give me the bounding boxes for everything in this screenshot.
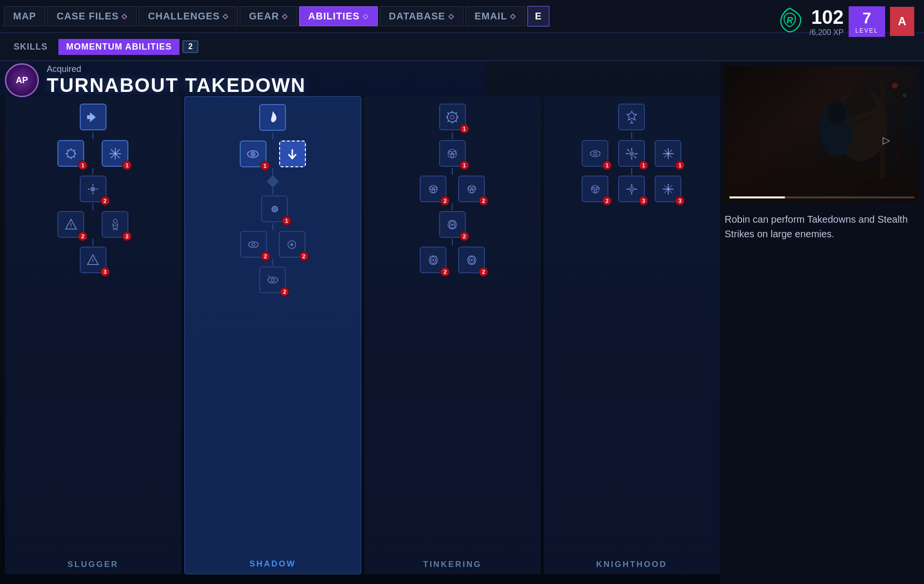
- svg-text:!: !: [70, 223, 71, 228]
- shadow-node-1a[interactable]: 1: [240, 141, 267, 167]
- svg-point-46: [430, 187, 433, 190]
- case-files-label: CASE FILES: [56, 11, 119, 22]
- vline-s2: [92, 168, 93, 175]
- svg-point-32: [450, 115, 454, 119]
- nav-tab-map[interactable]: MAP: [4, 6, 45, 26]
- tinkering-node-3a[interactable]: 2: [439, 211, 466, 238]
- tinkering-top-node[interactable]: 1: [439, 104, 466, 130]
- vline-s1: [92, 132, 93, 139]
- vline-sh2: [272, 168, 273, 175]
- nav-tab-e[interactable]: E: [527, 6, 550, 27]
- shadow-badge-3b: 2: [299, 251, 309, 261]
- shadow-node-4a[interactable]: 2: [259, 266, 286, 293]
- progress-bar-fill: [729, 196, 785, 198]
- svg-point-43: [453, 151, 456, 154]
- sub-tab-skills[interactable]: SKILLS: [6, 39, 55, 55]
- tinkering-node-1a[interactable]: 1: [439, 140, 466, 167]
- knighthood-node-2b[interactable]: 3: [618, 176, 645, 202]
- cursor-arrow: ▷: [883, 134, 890, 146]
- robin-logo: R: [775, 6, 804, 37]
- database-diamond-icon: ◇: [448, 12, 454, 20]
- momentum-badge: 2: [182, 40, 198, 53]
- nav-tab-abilities[interactable]: ABILITIES ◇: [299, 6, 378, 26]
- svg-point-50: [468, 187, 471, 190]
- svg-line-30: [268, 275, 270, 277]
- knighthood-node-1b[interactable]: 1: [618, 140, 645, 167]
- knighthood-column: 1 1: [544, 96, 720, 574]
- vline-sh1: [272, 133, 273, 140]
- shadow-badge-3a: 2: [261, 251, 270, 261]
- nav-tab-challenges[interactable]: CHALLENGES ◇: [139, 6, 238, 26]
- svg-point-47: [434, 187, 437, 190]
- slugger-node-3a[interactable]: ! 2: [57, 211, 84, 238]
- nav-tab-database[interactable]: DATABASE ◇: [380, 6, 463, 26]
- tinkering-node-4a[interactable]: 2: [420, 247, 446, 273]
- shadow-top-node[interactable]: [259, 104, 286, 131]
- svg-line-6: [67, 150, 69, 151]
- shadow-node-3a[interactable]: 2: [240, 231, 267, 258]
- svg-point-14: [90, 187, 95, 192]
- svg-point-68: [594, 152, 597, 155]
- feather-icon: [265, 109, 281, 126]
- level-block: 7 LEVEL: [849, 6, 885, 37]
- vline-sh3: [272, 188, 273, 195]
- tinkering-node-2b[interactable]: 2: [458, 176, 485, 202]
- slugger-node-1a[interactable]: 1: [57, 140, 84, 167]
- svg-rect-99: [880, 81, 885, 178]
- combat-svg: [725, 66, 919, 202]
- svg-line-39: [456, 112, 457, 114]
- xp-block: 102 /6,200 XP: [809, 6, 843, 37]
- slugger-row2: 2: [7, 176, 179, 202]
- svg-line-40: [447, 121, 449, 122]
- slugger-top-node[interactable]: [80, 104, 107, 130]
- knighthood-node-1a[interactable]: 1: [582, 140, 608, 167]
- xp-sub: /6,200 XP: [809, 28, 843, 37]
- progress-bar: [729, 196, 914, 198]
- tinkering-node-4b[interactable]: 2: [458, 247, 485, 273]
- shadow-badge-2a: 1: [282, 216, 291, 226]
- slugger-node-3b[interactable]: 2: [102, 211, 128, 238]
- nav-tab-gear[interactable]: GEAR ◇: [240, 6, 297, 26]
- svg-line-8: [73, 150, 75, 151]
- knighthood-node-2a[interactable]: 2: [582, 176, 608, 202]
- badge-4a: 3: [100, 267, 110, 277]
- explosion-icon: [64, 146, 78, 161]
- tinkering-row2: 2 2: [367, 176, 538, 202]
- nav-tab-case-files[interactable]: CASE FILES ◇: [47, 6, 137, 26]
- tinkering-badge-4b: 2: [479, 267, 488, 277]
- slugger-node-1b[interactable]: 1: [102, 140, 128, 167]
- svg-point-83: [594, 190, 596, 192]
- extra-block: A: [890, 7, 914, 36]
- badge-1a: 1: [78, 160, 88, 170]
- svg-point-52: [470, 190, 473, 193]
- sub-tab-momentum[interactable]: MOMENTUM ABILITIES: [58, 39, 179, 55]
- svg-line-38: [456, 121, 457, 122]
- nav-tab-email[interactable]: EMAIL ◇: [465, 6, 525, 26]
- momentum-label: MOMENTUM ABILITIES: [66, 42, 172, 52]
- ability-title-block: Acquired TURNABOUT TAKEDOWN: [47, 64, 306, 96]
- alert2-icon: !: [87, 254, 99, 266]
- knighthood-top-node[interactable]: [618, 104, 645, 130]
- svg-rect-100: [895, 90, 900, 163]
- slugger-label: SLUGGER: [5, 560, 181, 569]
- knighthood-node-2c[interactable]: 3: [655, 176, 681, 202]
- shadow-node-sel[interactable]: [279, 141, 306, 167]
- shadow-node-3b[interactable]: 2: [279, 231, 305, 258]
- combat-scene: ▷: [725, 66, 919, 202]
- svg-point-84: [629, 186, 635, 192]
- svg-point-56: [451, 224, 453, 226]
- tinkering-row4: 2 2: [367, 247, 538, 273]
- ability-title: TURNABOUT TAKEDOWN: [47, 74, 306, 96]
- tinkering-badge-3a: 2: [460, 231, 469, 241]
- tinkering-node-2a[interactable]: 2: [420, 176, 446, 202]
- shadow-node-2a[interactable]: 1: [261, 195, 288, 222]
- slugger-node-2a[interactable]: 2: [80, 176, 107, 202]
- knighthood-node-1c[interactable]: 1: [655, 140, 681, 167]
- top-nav: MAP CASE FILES ◇ CHALLENGES ◇ GEAR ◇ ABI…: [0, 0, 924, 33]
- svg-point-25: [252, 243, 255, 246]
- vline-s3: [92, 203, 93, 210]
- slugger-node-4a[interactable]: ! 3: [80, 247, 107, 273]
- svg-point-51: [472, 187, 475, 190]
- shadow-row1: 1: [187, 141, 359, 167]
- shadow-badge-1a: 1: [260, 161, 270, 171]
